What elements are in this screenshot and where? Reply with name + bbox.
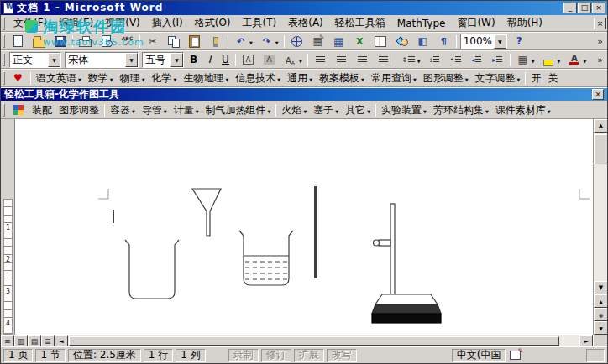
borders-button[interactable] (512, 51, 538, 68)
font-dropdown-arrow-icon[interactable] (125, 53, 138, 67)
menu-format[interactable]: 格式(O) (189, 14, 237, 32)
help-button[interactable] (509, 33, 530, 49)
vertical-scroll-thumb[interactable] (594, 134, 607, 164)
horizontal-scroll-track[interactable] (68, 335, 579, 346)
menu-file[interactable]: 文件(F) (8, 14, 53, 32)
spelling-status-icon[interactable] (508, 349, 522, 362)
chemistry-button[interactable]: 化学 (149, 70, 181, 86)
close-document-button[interactable]: × (594, 18, 606, 29)
experiment-setups-button[interactable]: 实验装置 (378, 101, 430, 118)
columns-button[interactable] (370, 33, 391, 49)
containers-button[interactable]: 容器 (107, 101, 139, 118)
track-changes-toggle[interactable]: 修订 (261, 349, 291, 362)
math-button[interactable]: 数学 (85, 70, 117, 86)
toolbar-grip[interactable] (3, 17, 5, 30)
font-size-combo[interactable]: 五号 (142, 52, 184, 68)
copy-button[interactable] (163, 33, 184, 49)
underline-button[interactable]: U (218, 51, 233, 68)
common-query-button[interactable]: 常用查询 (368, 70, 420, 86)
new-document-button[interactable] (8, 33, 29, 49)
stoppers-button[interactable]: 塞子 (310, 101, 342, 118)
toolbar-grip[interactable] (3, 71, 5, 85)
print-layout-view-button[interactable] (28, 335, 41, 346)
tables-and-borders-button[interactable] (307, 33, 328, 49)
toolbar-grip[interactable] (3, 34, 5, 48)
document-map-button[interactable] (412, 33, 433, 49)
next-page-button[interactable] (594, 321, 607, 335)
vertical-scroll-track[interactable] (594, 133, 607, 281)
italic-button[interactable]: I (202, 51, 218, 68)
redo-button[interactable] (256, 33, 282, 49)
extend-selection-toggle[interactable]: 扩展 (294, 349, 324, 362)
toolbox-graphic-adjust-button[interactable]: 图形调整 (55, 101, 102, 118)
measuring-button[interactable]: 计量 (170, 101, 202, 118)
graphic-adjust-button[interactable]: 图形调整 (420, 70, 472, 86)
style-dropdown-arrow-icon[interactable] (48, 53, 60, 67)
status-indicator-box[interactable] (586, 349, 605, 362)
print-button[interactable] (75, 33, 96, 49)
vertical-ruler[interactable]: 1234 (1, 119, 15, 335)
close-button[interactable]: × (592, 3, 605, 13)
toolbox-close-button[interactable]: × (592, 89, 604, 100)
toolbar-grip[interactable] (3, 53, 5, 66)
toolbar-grip[interactable] (3, 103, 5, 117)
drawing-button[interactable] (391, 33, 412, 49)
print-preview-button[interactable] (96, 33, 117, 49)
font-size-dropdown-arrow-icon[interactable] (170, 53, 183, 67)
previous-page-button[interactable] (594, 294, 607, 308)
menu-easy-toolbox[interactable]: 轻松工具箱 (329, 14, 391, 32)
zoom-dropdown-arrow-icon[interactable] (494, 34, 506, 49)
align-left-button[interactable] (310, 51, 331, 68)
indent-button[interactable] (487, 51, 508, 68)
insert-excel-worksheet-button[interactable] (349, 33, 370, 49)
align-right-button[interactable] (352, 51, 373, 68)
char-border-button[interactable] (238, 51, 259, 68)
tubes-button[interactable]: 导管 (139, 101, 170, 118)
bold-button[interactable]: B (186, 51, 202, 68)
menu-edit[interactable]: 编辑(E) (53, 14, 99, 32)
general-button[interactable]: 通用 (284, 70, 316, 86)
menu-view[interactable]: 视图(V) (99, 14, 146, 32)
outline-view-button[interactable] (41, 335, 55, 346)
toolbox-on-button[interactable]: 开 (527, 70, 544, 86)
overtype-toggle[interactable]: 改写 (327, 349, 357, 362)
bullets-button[interactable] (445, 51, 466, 68)
chinese-english-button[interactable]: 语文英语 (33, 70, 85, 86)
biology-geography-button[interactable]: 生物地理 (180, 70, 232, 86)
save-button[interactable] (50, 33, 71, 49)
scroll-down-button[interactable] (594, 281, 607, 294)
style-combo[interactable]: 正文 (9, 52, 61, 68)
open-button[interactable] (29, 33, 50, 49)
text-adjust-button[interactable]: 文字调整 (472, 70, 524, 86)
courseware-library-button[interactable]: 课件素材库 (492, 101, 554, 118)
line-spacing-button[interactable] (398, 51, 424, 68)
formatting-toolbar-overflow-button[interactable]: » (594, 55, 606, 65)
web-layout-view-button[interactable] (14, 335, 28, 346)
others-button[interactable]: 其它 (342, 101, 374, 118)
select-browse-object-button[interactable] (594, 308, 607, 321)
font-combo[interactable]: 宋体 (65, 52, 139, 68)
heart-button[interactable] (8, 70, 29, 86)
highlight-button[interactable] (538, 51, 564, 68)
scroll-right-button[interactable] (579, 335, 593, 346)
insert-hyperlink-button[interactable] (286, 33, 307, 49)
lesson-templates-button[interactable]: 教案模板 (316, 70, 368, 86)
normal-view-button[interactable] (1, 335, 14, 346)
spelling-button[interactable] (117, 33, 138, 49)
menu-help[interactable]: 帮助(H) (501, 14, 548, 32)
scroll-left-button[interactable] (55, 335, 68, 346)
physics-button[interactable]: 物理 (117, 70, 149, 86)
cut-button[interactable] (142, 33, 163, 49)
insert-table-button[interactable] (328, 33, 349, 49)
format-painter-button[interactable] (205, 33, 226, 49)
horizontal-scroll-thumb[interactable] (69, 336, 559, 346)
vertical-scrollbar[interactable] (593, 119, 607, 335)
menu-mathtype[interactable]: MathType (391, 16, 452, 31)
document-page[interactable] (15, 119, 593, 335)
info-tech-button[interactable]: 信息技术 (232, 70, 284, 86)
align-center-button[interactable] (331, 51, 352, 68)
char-shading-button[interactable] (259, 51, 280, 68)
assemble-button[interactable]: 装配 (29, 101, 55, 118)
standard-toolbar-overflow-button[interactable]: » (594, 36, 606, 47)
menu-table[interactable]: 表格(A) (282, 14, 329, 32)
